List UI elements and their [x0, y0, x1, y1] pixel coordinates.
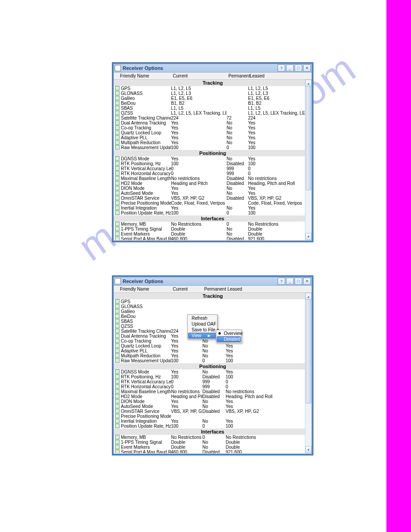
option-row[interactable]: DION ModeYesNoYes	[114, 399, 312, 404]
option-row[interactable]: RTK Horizontal Accuracy Level, cm09990	[114, 171, 312, 176]
option-row[interactable]: RTK Positioning, Hz100Disabled100	[114, 374, 312, 379]
option-row[interactable]: GPSL1, L2, L5L1, L2, L5	[114, 86, 312, 91]
ctx-refresh[interactable]: Refresh	[188, 315, 217, 321]
col-leased[interactable]: Leased	[227, 287, 312, 292]
context-menu[interactable]: Refresh Upload OAF Save to File▶ View▶	[187, 314, 218, 339]
option-row[interactable]: RTK Horizontal Accuracy Level, cm09990	[114, 384, 312, 389]
cell-current: Heading and Pitch	[171, 394, 202, 399]
option-row[interactable]: Co-op TrackingYesNoYes	[114, 125, 312, 130]
option-row[interactable]: 1-PPS Timing SignalDoubleNoDouble	[114, 440, 312, 445]
titlebar[interactable]: Receiver Options ? _ □ ✕	[114, 64, 312, 73]
row-icon	[115, 176, 120, 180]
option-row[interactable]: Inertial IntegrationYesNoYes	[114, 206, 312, 210]
submenu-overview[interactable]: Overview	[217, 330, 241, 336]
option-row[interactable]: GPS	[114, 299, 312, 304]
row-icon	[115, 96, 120, 100]
col-permanent[interactable]: Permanent	[228, 73, 250, 78]
col-permanent[interactable]: Permanent	[204, 287, 227, 292]
minimize-button[interactable]: _	[286, 64, 294, 72]
scrollbar[interactable]: ▲ ▼	[305, 293, 312, 453]
submenu-detailed[interactable]: Detailed	[217, 336, 241, 342]
col-friendly-name[interactable]: Friendly Name	[120, 73, 173, 78]
col-leased[interactable]: Leased	[250, 73, 312, 78]
cell-leased: Yes	[248, 125, 312, 130]
option-row[interactable]: Serial Port A Max Baud Rate460,800Disabl…	[114, 236, 312, 240]
options-list[interactable]: TrackingGPSGLONASSGalileoBeiDouSBASQZSSS…	[114, 293, 312, 453]
minimize-button[interactable]: _	[286, 278, 294, 285]
help-button[interactable]: ?	[278, 278, 285, 285]
option-row[interactable]: GLONASSL1, L2, L3L1, L2, L3	[114, 91, 312, 96]
option-row[interactable]: Quartz Locked LoopYesNoYes	[114, 343, 312, 348]
option-row[interactable]: Multipath ReductionYesNoYes	[114, 353, 312, 358]
option-row[interactable]: HD2 ModeHeading and PitchDisabledHeading…	[114, 394, 312, 399]
row-icon	[115, 358, 120, 363]
row-icon	[115, 445, 120, 449]
scroll-down-icon[interactable]: ▼	[305, 233, 312, 240]
option-row[interactable]: Raw Measurement Update Rate, Hz1000100	[114, 145, 312, 150]
cell-name: Inertial Integration	[121, 206, 171, 210]
option-row[interactable]: Adaptive PLLYesNoYes	[114, 135, 312, 140]
option-row[interactable]: AutoSeed ModeYesNoYes	[114, 404, 312, 409]
options-list[interactable]: TrackingGPSL1, L2, L5L1, L2, L5GLONASSL1…	[114, 80, 312, 240]
option-row[interactable]: 1-PPS Timing SignalDoubleNoDouble	[114, 227, 312, 232]
option-row[interactable]: Adaptive PLLYesNoYes	[114, 348, 312, 353]
option-row[interactable]: Maximal Baseline Length, kmNo restrictio…	[114, 389, 312, 394]
option-row[interactable]: DGNSS ModeYesNoYes	[114, 156, 312, 161]
context-submenu-view[interactable]: Overview Detailed	[216, 330, 242, 343]
maximize-button[interactable]: □	[295, 278, 302, 285]
option-row[interactable]: SBASL1, L5L1, L5	[114, 106, 312, 111]
cell-leased: Yes	[248, 156, 312, 161]
col-current[interactable]: Current	[173, 287, 204, 292]
cell-permanent	[202, 414, 226, 419]
option-row[interactable]: Satellite Tracking Channel Count22472224	[114, 116, 312, 120]
ctx-save-to-file[interactable]: Save to File▶	[188, 327, 217, 333]
maximize-button[interactable]: □	[295, 64, 302, 72]
option-row[interactable]: RTK Vertical Accuracy Level, cm09990	[114, 379, 312, 384]
option-row[interactable]: Event MarkersDoubleNoDouble	[114, 445, 312, 450]
option-row[interactable]: Dual Antenna TrackingYesNoYes	[114, 120, 312, 125]
option-row[interactable]: DGNSS ModeYesNoYes	[114, 369, 312, 374]
option-row[interactable]: GLONASS	[114, 304, 312, 309]
option-row[interactable]: Serial Port A Max Baud Rate460,800Disabl…	[114, 450, 312, 453]
option-row[interactable]: Inertial IntegrationYesNoYes	[114, 419, 312, 424]
option-row[interactable]: Maximal Baseline Length, kmNo restrictio…	[114, 176, 312, 181]
option-row[interactable]: Position Update Rate, Hz1000100	[114, 210, 312, 215]
help-button[interactable]: ?	[278, 64, 285, 72]
cell-current: L1, L2, L5	[171, 86, 227, 91]
option-row[interactable]: RTK Positioning, Hz100Disabled100	[114, 161, 312, 166]
option-row[interactable]: QZSSL1, L2, L5, LEX Tracking, LEX Decodi…	[114, 111, 312, 116]
scrollbar[interactable]: ▲ ▼	[305, 80, 312, 240]
close-button[interactable]: ✕	[303, 64, 311, 72]
close-button[interactable]: ✕	[303, 278, 311, 285]
option-row[interactable]: Galileo	[114, 309, 312, 314]
scroll-down-icon[interactable]: ▼	[305, 446, 312, 453]
row-icon	[115, 329, 120, 333]
option-row[interactable]: OmniSTAR ServiceVBS, XP, HP, G2DisabledV…	[114, 409, 312, 414]
option-row[interactable]: GalileoE1, E5, E6E1, E5, E6	[114, 96, 312, 101]
option-row[interactable]: Memory, MBNo Restrictions0No Restriction…	[114, 435, 312, 440]
ctx-upload-oaf[interactable]: Upload OAF	[188, 321, 217, 327]
option-row[interactable]: Quartz Locked LoopYesNoYes	[114, 130, 312, 135]
option-row[interactable]: BeiDouB1, B2B1, B2	[114, 101, 312, 106]
option-row[interactable]: Event MarkersDoubleNoDouble	[114, 232, 312, 236]
option-row[interactable]: DION ModeYesNoYes	[114, 186, 312, 191]
col-friendly-name[interactable]: Friendly Name	[120, 287, 173, 292]
option-row[interactable]: Precise Positioning Mode	[114, 414, 312, 419]
option-row[interactable]: RTK Vertical Accuracy Level, cm09990	[114, 166, 312, 171]
cell-leased: 0	[248, 171, 312, 176]
option-row[interactable]: OmniSTAR ServiceVBS, XP, HP, G2DisabledV…	[114, 196, 312, 201]
scroll-thumb[interactable]	[306, 86, 311, 190]
option-row[interactable]: Precise Positioning ModeCode, Float, Fix…	[114, 201, 312, 206]
col-current[interactable]: Current	[173, 73, 228, 78]
ctx-view[interactable]: View▶	[188, 333, 217, 339]
option-row[interactable]: HD2 ModeHeading and PitchDisabledHeading…	[114, 181, 312, 186]
scroll-thumb[interactable]	[306, 299, 311, 403]
cell-name: SBAS	[121, 106, 171, 111]
option-row[interactable]: Multipath ReductionYesNoYes	[114, 140, 312, 145]
titlebar[interactable]: Receiver Options ? _ □ ✕	[114, 277, 312, 286]
option-row[interactable]: Position Update Rate, Hz1000100	[114, 424, 312, 429]
cell-permanent: 0	[227, 210, 248, 215]
option-row[interactable]: AutoSeed ModeYesNoYes	[114, 191, 312, 196]
option-row[interactable]: Memory, MBNo Restrictions0No Restriction…	[114, 222, 312, 227]
option-row[interactable]: Raw Measurement Update Rate, Hz1000100	[114, 358, 312, 363]
